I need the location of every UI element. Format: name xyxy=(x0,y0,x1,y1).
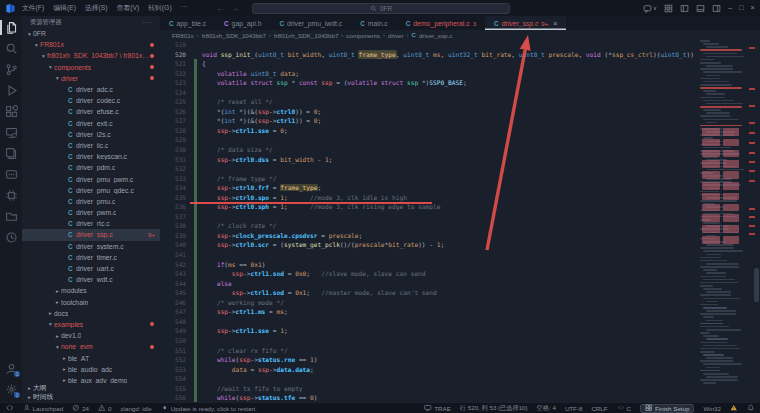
tree-item-FR801x[interactable]: ▾FR801x xyxy=(22,39,160,50)
breadcrumb-item[interactable]: fr801xh_SDK_1043bb7 xyxy=(274,32,338,39)
toggle-sidebar-icon[interactable] xyxy=(680,4,689,13)
ai-chat-button[interactable]: ∨ xyxy=(643,4,657,13)
tree-item-driver_rtc.c[interactable]: Cdriver_rtc.c xyxy=(22,218,160,229)
menu-item-3[interactable]: 查看(V) xyxy=(117,3,140,13)
tree-item-driver_keyscan.c[interactable]: Cdriver_keyscan.c xyxy=(22,151,160,162)
git-gutter xyxy=(194,78,197,88)
activity-folder[interactable] xyxy=(0,206,22,227)
tree-item-docs[interactable]: ▸docs xyxy=(22,308,160,319)
nav-forward-button[interactable]: → xyxy=(231,4,239,13)
status-Finish-Setup[interactable]: Finish Setup xyxy=(640,404,694,413)
tab-gap_api.h[interactable]: Cgap_api.h xyxy=(215,16,270,30)
activity-history[interactable] xyxy=(0,227,22,248)
tree-item-driver_timer.c[interactable]: Cdriver_timer.c xyxy=(22,252,160,263)
status-0[interactable]: 0 xyxy=(98,404,111,412)
status-空格-4[interactable]: 空格: 4 xyxy=(537,404,556,413)
tree-item-toolchain[interactable]: ▸toolchain xyxy=(22,297,160,308)
tab-app_ble.c[interactable]: Capp_ble.c xyxy=(160,16,215,30)
activity-account[interactable]: 1 xyxy=(0,358,22,379)
activity-terminal[interactable] xyxy=(0,164,22,185)
tree-item-modules[interactable]: ▸modules xyxy=(22,285,160,296)
tree-item-driver_exti.c[interactable]: Cdriver_exti.c xyxy=(22,118,160,129)
breadcrumb-item[interactable]: FR801x xyxy=(172,32,194,39)
status-Launchpad[interactable]: Launchpad xyxy=(23,404,64,412)
activity-explorer[interactable] xyxy=(0,17,22,38)
section-大纲[interactable]: ▸大纲 xyxy=(22,383,160,393)
status-bell[interactable] xyxy=(747,404,755,412)
overview-ruler[interactable] xyxy=(744,40,760,402)
menu-item-5[interactable]: ··· xyxy=(181,3,188,13)
tree-item-examples[interactable]: ▾examples xyxy=(22,319,160,330)
activity-run-debug[interactable] xyxy=(0,80,22,101)
tree-item-fr801xh_SDK_1043bb7-fr801xh_...[interactable]: ▾fr801xh_SDK_1043bb7 \ fr801xh_... xyxy=(22,50,160,61)
menu-item-2[interactable]: 选择(S) xyxy=(85,3,108,13)
menu-item-4[interactable]: 转到(G) xyxy=(148,3,171,13)
status-24[interactable]: 24 xyxy=(72,404,89,412)
status-UTF-8[interactable]: UTF-8 xyxy=(565,405,583,412)
menu-item-1[interactable]: 编辑(E) xyxy=(53,3,76,13)
toggle-secondary-sidebar-icon[interactable] xyxy=(712,4,721,13)
tab-main.c[interactable]: Cmain.c xyxy=(351,16,397,30)
tree-item-driver_pdm.c[interactable]: Cdriver_pdm.c xyxy=(22,162,160,173)
status-Update-is-ready-c[interactable]: Update is ready, click to restart. xyxy=(161,404,257,412)
nav-back-button[interactable]: ← xyxy=(216,4,224,13)
tab-demo_peripheral.c[interactable]: Cdemo_peripheral.c3 xyxy=(397,16,485,30)
tree-item-driver_pmu_qdec.c[interactable]: Cdriver_pmu_qdec.c xyxy=(22,185,160,196)
status-Win32[interactable]: Win32 xyxy=(703,405,721,412)
activity-source-control[interactable] xyxy=(0,59,22,80)
breadcrumb-item[interactable]: components xyxy=(346,32,380,39)
explorer-more-button[interactable]: ··· xyxy=(143,19,152,26)
command-center-search[interactable]: 0FR xyxy=(252,3,510,14)
tree-item-ble_AT[interactable]: ▸ble_AT xyxy=(22,352,160,363)
tree-item-components[interactable]: ▾components xyxy=(22,62,160,73)
activity-chip[interactable] xyxy=(0,185,22,206)
breadcrumb-item[interactable]: fr801xh_SDK_1043bb7 xyxy=(202,32,266,39)
tree-item-driver_pmu.c[interactable]: Cdriver_pmu.c xyxy=(22,196,160,207)
status-CRLF[interactable]: CRLF xyxy=(591,405,607,412)
code-text: void ssp_init_(uint8_t bit_width, uint8_… xyxy=(202,50,694,60)
menu-item-0[interactable]: 文件(F) xyxy=(22,3,44,13)
tree-item-driver_uart.c[interactable]: Cdriver_uart.c xyxy=(22,263,160,274)
tree-item-driver_adc.c[interactable]: Cdriver_adc.c xyxy=(22,84,160,95)
scrollbar-handle[interactable] xyxy=(754,268,759,302)
status-remote[interactable] xyxy=(6,404,14,412)
tree-item-dev1.0[interactable]: ▸dev1.0 xyxy=(22,330,160,341)
section-时间线[interactable]: ▸时间线 xyxy=(22,393,160,403)
layout-grid-icon[interactable] xyxy=(664,4,673,13)
toggle-panel-icon[interactable] xyxy=(696,4,705,13)
breadcrumb-item[interactable]: driver xyxy=(388,32,403,39)
tree-item-0FR[interactable]: ▾0FR xyxy=(22,28,160,39)
status-warn-tri[interactable] xyxy=(730,404,738,412)
code-view[interactable]: 519520void ssp_init_(uint8_t bit_width, … xyxy=(160,40,760,402)
tree-item-driver_wdt.c[interactable]: Cdriver_wdt.c xyxy=(22,274,160,285)
tree-item-driver_system.c[interactable]: Cdriver_system.c xyxy=(22,241,160,252)
status-clangd-idle[interactable]: clangd: idle xyxy=(120,405,151,412)
status-C[interactable]: C xyxy=(617,404,631,412)
minimap[interactable] xyxy=(700,40,744,402)
maximize-button[interactable]: □ xyxy=(739,0,744,16)
activity-settings[interactable]: 1 xyxy=(0,379,22,400)
activity-snippets[interactable] xyxy=(0,143,22,164)
activity-remote-device[interactable] xyxy=(0,122,22,143)
tree-item-driver_ssp.c[interactable]: Cdriver_ssp.c9+ xyxy=(22,229,160,240)
minimize-button[interactable]: – xyxy=(728,0,732,16)
activity-extensions[interactable] xyxy=(0,101,22,122)
tree-item-driver_pwm.c[interactable]: Cdriver_pwm.c xyxy=(22,207,160,218)
tab-driver_ssp.c[interactable]: Cdriver_ssp.c9+× xyxy=(485,16,566,30)
status-label: 行 520, 列 53 (已选择10) xyxy=(460,404,528,413)
tree-item-driver_pmu_pwm.c[interactable]: Cdriver_pmu_pwm.c xyxy=(22,173,160,184)
tree-item-driver_efuse.c[interactable]: Cdriver_efuse.c xyxy=(22,106,160,117)
close-button[interactable]: × xyxy=(751,0,755,16)
tree-item-ble_audio_adc[interactable]: ▸ble_audio_adc xyxy=(22,364,160,375)
tree-item-driver_iic.c[interactable]: Cdriver_iic.c xyxy=(22,140,160,151)
tree-item-driver_i2s.c[interactable]: Cdriver_i2s.c xyxy=(22,129,160,140)
close-icon[interactable]: × xyxy=(553,20,557,27)
tree-item-driver[interactable]: ▾driver xyxy=(22,73,160,84)
breadcrumb-item[interactable]: driver_ssp.c xyxy=(419,32,452,39)
status-行-520-列-53-已选择10[interactable]: 行 520, 列 53 (已选择10) xyxy=(460,404,528,413)
status-TRAE[interactable]: TRAE xyxy=(424,404,451,412)
tab-driver_pmu_iwdt.c[interactable]: Cdriver_pmu_iwdt.c xyxy=(270,16,351,30)
activity-search[interactable] xyxy=(0,38,22,59)
tree-item-driver_codec.c[interactable]: Cdriver_codec.c xyxy=(22,95,160,106)
tree-item-none_evm[interactable]: ▾none_evm xyxy=(22,341,160,352)
